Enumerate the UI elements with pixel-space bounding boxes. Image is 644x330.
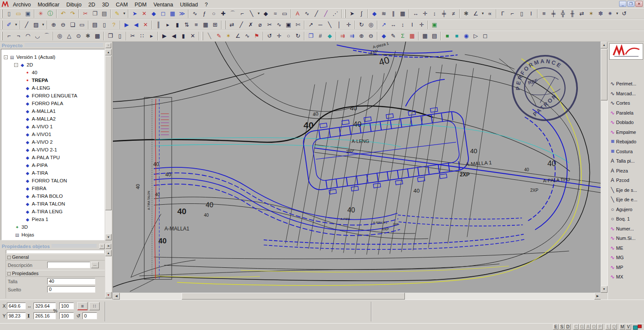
canvas-vertical-scrollbar[interactable]: ▲ ▼ — [601, 42, 608, 293]
mag-minus-icon[interactable]: ⊖ — [366, 31, 376, 41]
tree-item-a-malla1[interactable]: ◆A-MALLA1 — [1, 107, 104, 115]
select-region-icon[interactable]: ◻ — [158, 9, 168, 18]
tree-item-forro-talon[interactable]: ◆FORRO TALON — [1, 177, 104, 185]
mode-key-l[interactable]: L — [605, 324, 611, 330]
stack-rows-icon[interactable]: ≡ — [191, 20, 201, 30]
corner-neg-icon[interactable]: ⌐ — [507, 9, 517, 18]
section-propiedades[interactable]: Propiedades — [6, 270, 105, 277]
center-point-icon[interactable]: ⊙ — [74, 31, 83, 41]
x-coordinate-field[interactable]: 649.6 — [7, 303, 26, 309]
hatch-dropdown-icon[interactable]: ▾ — [41, 20, 46, 30]
menu-item[interactable]: ? — [201, 1, 211, 9]
triple-curve-icon[interactable]: ≋ — [379, 9, 389, 18]
close-panel-icon[interactable]: ✕ — [106, 244, 111, 249]
target-circle-icon[interactable]: ◎ — [366, 20, 376, 30]
tree-item-2d[interactable]: -◆2D — [1, 61, 104, 69]
rect-tool-icon[interactable]: ▭ — [280, 9, 289, 18]
fillet-d-icon[interactable]: ◡ — [33, 31, 42, 41]
menu-3d[interactable]: 3D — [99, 1, 112, 9]
column-left-icon[interactable]: ║ — [154, 20, 163, 30]
star-tool-icon[interactable]: ✷ — [605, 9, 615, 18]
list-edit-icon[interactable]: ≡ — [77, 302, 88, 310]
mode-key-g[interactable]: G — [579, 324, 585, 330]
info-icon[interactable]: ⓘ — [46, 9, 55, 18]
tree-item-forro-lengueta[interactable]: ◆FORRO LENGUETA — [1, 92, 104, 100]
tree-item-hojas[interactable]: ▤Hojas — [1, 231, 104, 239]
point-series-icon[interactable]: ⋰ — [331, 9, 340, 18]
step-play-icon[interactable]: ▸ — [147, 31, 156, 41]
mode-key-o[interactable]: O — [591, 324, 597, 330]
machine-b-icon[interactable]: ✱ — [83, 31, 93, 41]
column-bar-icon[interactable]: ▮ — [173, 20, 182, 30]
spark-bolt-icon[interactable]: ✶ — [224, 31, 233, 41]
fit-width-icon[interactable]: ↔ — [389, 20, 398, 30]
dense-hatch-icon[interactable]: ▩ — [93, 31, 102, 41]
nav-forward-icon[interactable]: ▶ — [160, 31, 169, 41]
toolbar-grip[interactable] — [202, 32, 203, 40]
toolbar-grip[interactable] — [1, 21, 3, 29]
sum-sigma-icon[interactable]: Σ — [398, 31, 407, 41]
vertical-scroll-thumb[interactable] — [601, 49, 608, 100]
properties-scrollbar[interactable]: ▲ ▼ — [105, 250, 112, 298]
clip-cut-icon[interactable]: ✂ — [128, 31, 137, 41]
shift-blue-icon[interactable]: ⇉ — [347, 31, 357, 41]
tree-item-a-tira-bolo[interactable]: ◆A-TIRA BOLO — [1, 192, 104, 200]
measure-height-icon[interactable]: ↕ — [430, 9, 439, 18]
tool-doblado[interactable]: ∿Doblado — [609, 118, 644, 127]
entity-table-icon[interactable]: ▦ — [168, 9, 177, 18]
tree-item-a-pala-tpu[interactable]: ◆A-PALA TPU — [1, 154, 104, 161]
fillet-c-icon[interactable]: ◠ — [23, 31, 33, 41]
mode-key-s[interactable]: S — [559, 324, 565, 330]
tree-item-a-tira-leng[interactable]: ◆A-TIRA LENG — [1, 208, 104, 215]
canvas-horizontal-scrollbar[interactable]: ◀ ▶ — [113, 293, 601, 300]
scroll-down-icon[interactable]: ▼ — [105, 234, 112, 240]
cut-icon[interactable]: ✂ — [81, 9, 90, 18]
mode-key-v[interactable]: V — [626, 324, 631, 330]
zoom-y-field[interactable]: 100 — [59, 312, 74, 319]
print-preview-icon[interactable]: ▤ — [90, 20, 100, 30]
point-cross-icon[interactable]: ✚ — [219, 9, 228, 18]
green-chip-icon[interactable]: ■ — [443, 31, 452, 41]
rotation-field[interactable]: 0 — [82, 312, 97, 319]
mode-key-a[interactable]: A — [585, 324, 591, 330]
tool-agujero[interactable]: ○Agujero — [609, 205, 644, 215]
measure-cell-icon[interactable]: ╪ — [439, 9, 449, 18]
drawing-canvas[interactable]: PERFORMANCE RDF PATRON A-pieza 14XP40404… — [112, 42, 608, 300]
slash-tool-icon[interactable]: ╱ — [312, 9, 321, 18]
tool-mg[interactable]: ∿MG — [609, 253, 644, 263]
tool-talla-pi[interactable]: ATalla pi... — [609, 156, 644, 166]
scroll-right-icon[interactable]: ▶ — [594, 293, 601, 300]
snip-icon[interactable]: ✄ — [293, 20, 303, 30]
menu-utilidad[interactable]: Utilidad — [176, 1, 201, 9]
draw-dropdown-icon[interactable]: ▾ — [14, 20, 18, 30]
piece-diamond-icon[interactable]: ◆ — [370, 9, 379, 18]
system-settings-icon[interactable]: ✳ — [36, 9, 46, 18]
draw-style-icon[interactable]: ✐ — [4, 20, 14, 30]
mode-key-p[interactable]: P — [597, 324, 603, 330]
fit-height-icon[interactable]: ↕ — [398, 20, 407, 30]
maximize-button[interactable]: ❐ — [627, 1, 635, 7]
menu-cam[interactable]: CAM — [112, 1, 131, 9]
mode-key-c[interactable]: C — [573, 324, 579, 330]
pick-cross-icon[interactable]: ✛ — [417, 20, 426, 30]
double-curve-icon[interactable]: ≈ — [270, 9, 280, 18]
tray-icon[interactable] — [633, 324, 642, 330]
red-grid-icon[interactable]: ▦ — [407, 31, 417, 41]
parallel-tool-icon[interactable]: ∥ — [389, 9, 398, 18]
expand-collapse-icon[interactable]: - — [4, 55, 8, 59]
dots-four-icon[interactable]: ∷ — [137, 31, 147, 41]
tree-item-a-vivo1[interactable]: ◆A-VIVO1 — [1, 130, 104, 138]
table-b-icon[interactable]: ▤ — [430, 31, 439, 41]
circle-select-icon[interactable]: ○ — [284, 31, 293, 41]
tool-perimet[interactable]: ∿Perimet... — [609, 79, 644, 89]
tree-item-pieza-1[interactable]: ◆Pieza 1 — [1, 215, 104, 223]
nav-close-icon[interactable]: ✕ — [188, 31, 197, 41]
menu-2d[interactable]: 2D — [85, 1, 99, 9]
join-all-icon[interactable]: ╬ — [558, 9, 568, 18]
suelto-field[interactable]: 0 — [47, 286, 95, 293]
ellipsis-button[interactable]: ... — [91, 262, 99, 268]
open-folder-icon[interactable]: ▭ — [14, 9, 23, 18]
fillet-b-icon[interactable]: ¬ — [14, 31, 23, 41]
width-field[interactable]: 329.64 — [33, 303, 56, 309]
scroll-down-icon[interactable]: ▼ — [105, 292, 112, 298]
